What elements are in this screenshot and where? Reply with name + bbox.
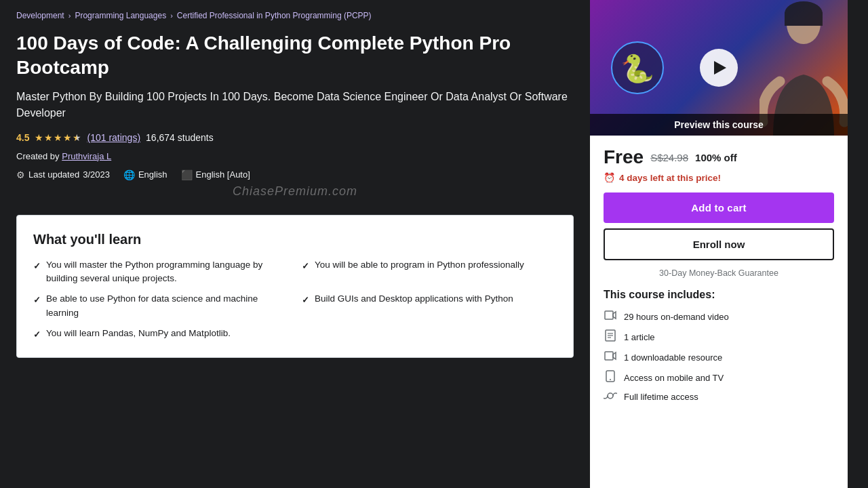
ratings-count[interactable]: (101 ratings) — [87, 132, 140, 143]
include-item-1: 1 article — [604, 329, 834, 344]
meta-captions: ⬛ English [Auto] — [181, 169, 250, 180]
learn-item-text-1: You will master the Python programming l… — [46, 258, 288, 286]
include-text-1: 1 article — [624, 332, 655, 342]
learn-item-1: ✓ You will master the Python programming… — [33, 258, 288, 286]
include-item-2: 1 downloadable resource — [604, 350, 834, 365]
video-icon — [604, 309, 617, 324]
globe-icon: 🌐 — [123, 169, 135, 180]
star-3: ★ — [54, 132, 62, 143]
include-item-3: Access on mobile and TV — [604, 370, 834, 385]
enroll-now-button[interactable]: Enroll now — [604, 228, 834, 260]
days-left-text: 4 days left at this price! — [619, 173, 721, 183]
money-back-guarantee: 30-Day Money-Back Guarantee — [604, 268, 834, 278]
breadcrumb-sep-1: › — [68, 12, 71, 20]
star-half: ★ — [73, 132, 81, 143]
include-text-2: 1 downloadable resource — [624, 352, 722, 363]
rating-score: 4.5 — [16, 132, 29, 143]
include-text-0: 29 hours on-demand video — [624, 312, 729, 322]
svg-point-12 — [610, 379, 611, 380]
pricing-area: Free S$24.98 100% off ⏰ 4 days left at t… — [590, 136, 848, 419]
price-free: Free — [604, 146, 644, 168]
add-to-cart-button[interactable]: Add to cart — [604, 192, 834, 223]
sidebar: 🐍 Preview this course — [590, 0, 848, 488]
learn-item-text-5: Build GUIs and Desktop applications with… — [315, 292, 513, 306]
svg-text:🐍: 🐍 — [620, 52, 654, 85]
learn-item-5: ✓ Build GUIs and Desktop applications wi… — [302, 292, 557, 320]
breadcrumb-programming-languages[interactable]: Programming Languages — [75, 11, 166, 20]
learn-item-4: ✓ You will be able to program in Python … — [302, 258, 557, 286]
breadcrumb-development[interactable]: Development — [16, 11, 64, 20]
play-button[interactable] — [700, 49, 738, 87]
students-count: 16,674 students — [146, 132, 214, 143]
star-2: ★ — [44, 132, 53, 143]
star-1: ★ — [35, 132, 43, 143]
last-updated-label: Last updated — [28, 169, 79, 180]
watermark: ChiasePremium.com — [16, 184, 574, 199]
gear-icon: ⚙ — [16, 169, 25, 180]
course-preview[interactable]: 🐍 Preview this course — [590, 0, 848, 136]
download-icon — [604, 350, 617, 365]
learn-item-2: ✓ Be able to use Python for data science… — [33, 292, 288, 320]
meta-row: ⚙ Last updated 3/2023 🌐 English ⬛ Englis… — [16, 169, 574, 180]
learn-item-text-3: You will learn Pandas, NumPy and Matplot… — [46, 327, 231, 340]
course-title: 100 Days of Code: A Challenging Complete… — [16, 31, 574, 81]
learn-title: What you'll learn — [33, 232, 557, 247]
creator-link[interactable]: Pruthviraja L — [62, 151, 111, 161]
creator-label: Created by — [16, 151, 60, 161]
include-text-4: Full lifetime access — [624, 392, 698, 402]
include-item-4: Full lifetime access — [604, 390, 834, 403]
breadcrumb-sep-2: › — [170, 12, 173, 20]
play-triangle-icon — [714, 61, 726, 75]
star-4: ★ — [63, 132, 72, 143]
infinity-icon — [604, 390, 617, 403]
svg-rect-5 — [605, 311, 613, 319]
star-rating: ★ ★ ★ ★ ★ — [35, 132, 81, 143]
article-icon — [604, 329, 617, 344]
check-icon-1: ✓ — [33, 260, 41, 273]
check-icon-3: ✓ — [33, 328, 41, 342]
includes-title: This course includes: — [604, 289, 834, 301]
meta-last-updated: ⚙ Last updated 3/2023 — [16, 169, 110, 180]
include-text-3: Access on mobile and TV — [624, 373, 724, 383]
include-item-0: 29 hours on-demand video — [604, 309, 834, 324]
last-updated-value: 3/2023 — [83, 169, 110, 180]
learn-section: What you'll learn ✓ You will master the … — [16, 215, 574, 359]
breadcrumb-pcpp[interactable]: Certified Professional in Python Program… — [177, 11, 372, 20]
check-icon-4: ✓ — [302, 260, 309, 273]
captions-value: English [Auto] — [196, 169, 250, 180]
breadcrumb: Development › Programming Languages › Ce… — [16, 11, 574, 20]
price-original: S$24.98 — [650, 152, 688, 163]
learn-item-3: ✓ You will learn Pandas, NumPy and Matpl… — [33, 327, 288, 342]
creator-row: Created by Pruthviraja L — [16, 151, 574, 161]
price-row: Free S$24.98 100% off — [604, 146, 834, 168]
check-icon-2: ✓ — [33, 293, 41, 307]
learn-item-text-4: You will be able to program in Python pr… — [315, 258, 524, 272]
rating-row: 4.5 ★ ★ ★ ★ ★ (101 ratings) 16,674 stude… — [16, 132, 574, 143]
alarm-icon: ⏰ — [604, 172, 615, 183]
svg-rect-4 — [785, 12, 823, 26]
mobile-icon — [604, 370, 617, 385]
python-logo: 🐍 — [610, 41, 665, 95]
preview-label: Preview this course — [590, 114, 848, 136]
course-subtitle: Master Python By Building 100 Projects I… — [16, 89, 574, 121]
meta-language: 🌐 English — [123, 169, 167, 180]
days-left: ⏰ 4 days left at this price! — [604, 172, 834, 183]
learn-grid: ✓ You will master the Python programming… — [33, 258, 557, 342]
price-discount: 100% off — [695, 152, 737, 163]
language-value: English — [138, 169, 167, 180]
learn-item-text-2: Be able to use Python for data science a… — [46, 292, 288, 320]
svg-rect-10 — [605, 352, 613, 360]
captions-icon: ⬛ — [181, 169, 193, 180]
check-icon-5: ✓ — [302, 293, 309, 307]
